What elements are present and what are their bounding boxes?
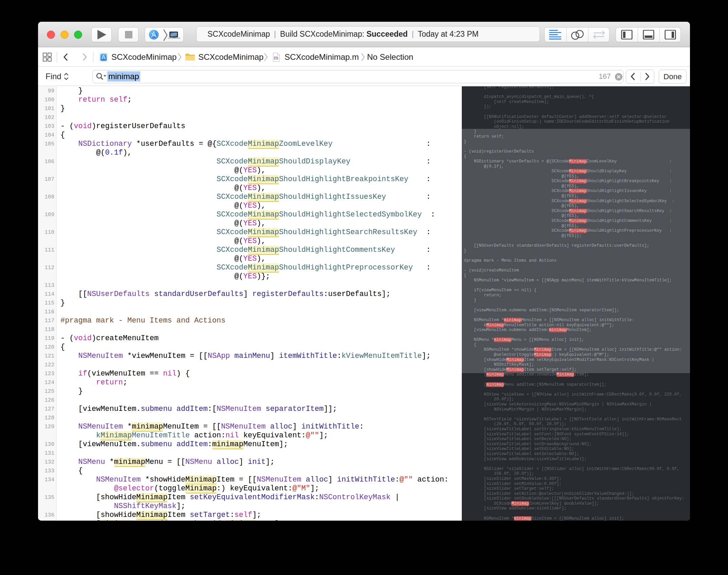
svg-text:m: m — [274, 54, 278, 61]
